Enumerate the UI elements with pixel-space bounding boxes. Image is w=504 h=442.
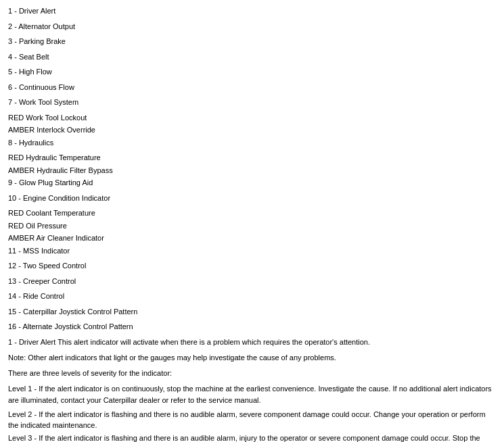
list-item: 1 - Driver Alert: [8, 5, 496, 17]
list-item: AMBER Air Cleaner Indicator: [8, 232, 496, 244]
item-text: 14 - Ride Control: [8, 292, 64, 300]
severity-intro-paragraph: There are three levels of severity for t…: [8, 368, 496, 379]
list-item: RED Hydraulic Temperature: [8, 152, 496, 164]
level2-paragraph: Level 2 - If the alert indicator is flas…: [8, 409, 496, 431]
driver-alert-text: 1 - Driver Alert This alert indicator wi…: [8, 338, 370, 346]
list-item: 9 - Glow Plug Starting Aid: [8, 177, 496, 189]
level3-text: Level 3 - If the alert indicator is flas…: [8, 434, 480, 442]
level3-paragraph: Level 3 - If the alert indicator is flas…: [8, 433, 496, 442]
item-text: 2 - Alternator Output: [8, 22, 75, 30]
list-item: RED Coolant Temperature: [8, 207, 496, 219]
item-text: 7 - Work Tool System: [8, 98, 78, 106]
group-8: RED Work Tool Lockout AMBER Interlock Ov…: [8, 112, 496, 149]
list-item: 6 - Continuous Flow: [8, 82, 496, 93]
list-item: 13 - Creeper Control: [8, 276, 496, 287]
list-item: AMBER Interlock Override: [8, 124, 496, 136]
list-item: RED Oil Pressure: [8, 220, 496, 232]
item-text: RED Hydraulic Temperature: [8, 153, 101, 162]
level2-text: Level 2 - If the alert indicator is flas…: [8, 410, 486, 430]
item-text: 8 - Hydraulics: [8, 139, 53, 147]
list-item: 2 - Alternator Output: [8, 21, 496, 32]
list-item: RED Work Tool Lockout: [8, 112, 496, 124]
list-item: 10 - Engine Condition Indicator: [8, 193, 496, 204]
item-text: 5 - High Flow: [8, 68, 52, 76]
main-content: 1 - Driver Alert 2 - Alternator Output 3…: [8, 5, 496, 442]
item-text: RED Coolant Temperature: [8, 209, 95, 217]
list-item: AMBER Hydraulic Filter Bypass: [8, 165, 496, 176]
severity-intro-text: There are three levels of severity for t…: [8, 369, 172, 377]
item-text: 10 - Engine Condition Indicator: [8, 194, 110, 202]
list-item: 15 - Caterpillar Joystick Control Patter…: [8, 306, 496, 318]
item-text: 11 - MSS Indicator: [8, 247, 70, 255]
list-item: 8 - Hydraulics: [8, 137, 496, 149]
list-item: 7 - Work Tool System: [8, 97, 496, 108]
item-text: 1 - Driver Alert: [8, 7, 55, 15]
driver-alert-paragraph: 1 - Driver Alert This alert indicator wi…: [8, 337, 496, 348]
item-text: AMBER Hydraulic Filter Bypass: [8, 166, 113, 174]
list-item: 4 - Seat Belt: [8, 51, 496, 63]
item-text: 9 - Glow Plug Starting Aid: [8, 178, 93, 187]
item-text: 13 - Creeper Control: [8, 277, 76, 285]
note-text: Note: Other alert indicators that light …: [8, 353, 336, 362]
group-9: RED Hydraulic Temperature AMBER Hydrauli…: [8, 152, 496, 189]
item-text: RED Work Tool Lockout: [8, 114, 87, 122]
list-item: 5 - High Flow: [8, 66, 496, 78]
item-text: AMBER Air Cleaner Indicator: [8, 234, 104, 242]
list-item: 12 - Two Speed Control: [8, 260, 496, 272]
level1-text: Level 1 - If the alert indicator is on c…: [8, 385, 492, 404]
item-text: 15 - Caterpillar Joystick Control Patter…: [8, 308, 137, 316]
item-text: AMBER Interlock Override: [8, 126, 95, 134]
item-text: 6 - Continuous Flow: [8, 83, 74, 91]
item-text: 16 - Alternate Joystick Control Pattern: [8, 322, 133, 330]
list-item: 11 - MSS Indicator: [8, 245, 496, 257]
item-text: 3 - Parking Brake: [8, 37, 66, 45]
item-text: 4 - Seat Belt: [8, 53, 49, 61]
list-item: 3 - Parking Brake: [8, 36, 496, 47]
list-item: 16 - Alternate Joystick Control Pattern: [8, 321, 496, 333]
item-text: RED Oil Pressure: [8, 222, 67, 230]
group-11: RED Coolant Temperature RED Oil Pressure…: [8, 207, 496, 256]
note-paragraph: Note: Other alert indicators that light …: [8, 352, 496, 364]
item-text: 12 - Two Speed Control: [8, 262, 86, 270]
level1-paragraph: Level 1 - If the alert indicator is on c…: [8, 383, 496, 406]
list-item: 14 - Ride Control: [8, 291, 496, 302]
